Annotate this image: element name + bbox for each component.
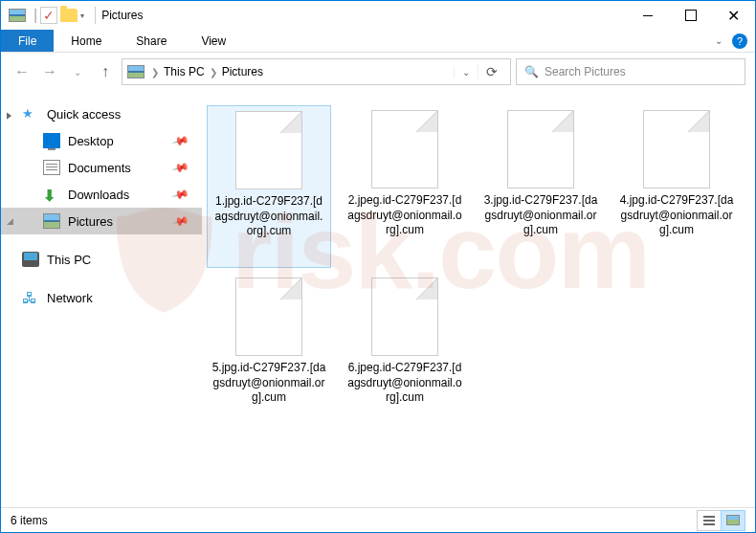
sidebar-item-documents[interactable]: Documents 📌 bbox=[1, 154, 202, 181]
status-bar: 6 items bbox=[1, 507, 755, 532]
address-bar: ← → ⌄ ↑ ❯ This PC ❯ Pictures ⌄ ⟳ 🔍 Searc… bbox=[1, 53, 755, 91]
sidebar-item-downloads[interactable]: ⬇ Downloads 📌 bbox=[1, 181, 202, 208]
sidebar-item-label: Network bbox=[47, 291, 93, 305]
thumbnails-view-button[interactable] bbox=[721, 510, 745, 531]
sidebar-item-network[interactable]: 🖧 Network bbox=[1, 284, 202, 311]
details-view-button[interactable] bbox=[697, 510, 722, 531]
file-item[interactable]: 3.jpg.id-C279F237.[dagsdruyt@onionmail.o… bbox=[478, 105, 603, 268]
file-name: 2.jpeg.id-C279F237.[dagsdruyt@onionmail.… bbox=[347, 193, 462, 238]
file-icon bbox=[235, 278, 302, 356]
chevron-right-icon[interactable]: ❯ bbox=[208, 67, 219, 78]
window-title: Pictures bbox=[101, 9, 143, 22]
file-icon bbox=[371, 278, 438, 356]
file-name: 1.jpg.id-C279F237.[dagsdruyt@onionmail.o… bbox=[212, 194, 325, 239]
pin-icon: 📌 bbox=[171, 211, 190, 231]
file-name: 3.jpg.id-C279F237.[dagsdruyt@onionmail.o… bbox=[483, 193, 598, 238]
separator bbox=[95, 7, 96, 24]
qa-dropdown-icon[interactable]: ▾ bbox=[80, 11, 84, 20]
sidebar-item-label: This PC bbox=[47, 253, 91, 267]
up-button[interactable]: ↑ bbox=[94, 60, 117, 83]
pictures-icon bbox=[43, 213, 60, 229]
pc-icon bbox=[22, 252, 39, 267]
file-item[interactable]: 6.jpeg.id-C279F237.[dagsdruyt@onionmail.… bbox=[343, 273, 467, 435]
tab-view[interactable]: View bbox=[184, 31, 243, 52]
file-item[interactable]: 2.jpeg.id-C279F237.[dagsdruyt@onionmail.… bbox=[343, 105, 467, 268]
item-count: 6 items bbox=[11, 514, 48, 527]
documents-icon bbox=[43, 160, 60, 175]
file-icon bbox=[371, 110, 438, 189]
crumb-pictures[interactable]: Pictures bbox=[219, 65, 266, 78]
recent-dropdown-icon[interactable]: ⌄ bbox=[66, 60, 89, 83]
file-name: 5.jpg.id-C279F237.[dagsdruyt@onionmail.o… bbox=[211, 361, 326, 406]
tab-home[interactable]: Home bbox=[54, 31, 119, 52]
desktop-icon bbox=[43, 133, 60, 148]
downloads-icon: ⬇ bbox=[43, 187, 60, 202]
crumb-thispc[interactable]: This PC bbox=[161, 65, 208, 78]
separator: | bbox=[33, 7, 37, 24]
file-item[interactable]: 4.jpg.id-C279F237.[dagsdruyt@onionmail.o… bbox=[614, 105, 739, 268]
location-icon bbox=[127, 65, 145, 78]
sidebar-item-thispc[interactable]: This PC bbox=[1, 246, 202, 273]
pin-icon: 📌 bbox=[171, 185, 190, 204]
history-dropdown-icon[interactable]: ⌄ bbox=[454, 67, 478, 78]
pin-icon: 📌 bbox=[171, 158, 190, 177]
sidebar-item-label: Documents bbox=[68, 161, 131, 175]
search-input[interactable]: 🔍 Search Pictures bbox=[516, 58, 745, 85]
file-item[interactable]: 5.jpg.id-C279F237.[dagsdruyt@onionmail.o… bbox=[207, 273, 331, 435]
file-icon bbox=[507, 110, 574, 189]
help-icon[interactable]: ? bbox=[732, 33, 747, 49]
search-icon: 🔍 bbox=[524, 65, 539, 78]
forward-button: → bbox=[38, 60, 61, 83]
close-button[interactable]: ✕ bbox=[712, 2, 755, 30]
navigation-pane: ★ Quick access Desktop 📌 Documents 📌 ⬇ D… bbox=[1, 91, 202, 507]
chevron-right-icon[interactable]: ❯ bbox=[149, 67, 161, 78]
pin-icon: 📌 bbox=[171, 131, 190, 150]
sidebar-item-pictures[interactable]: Pictures 📌 bbox=[1, 208, 202, 234]
app-icon bbox=[9, 9, 26, 22]
file-icon bbox=[643, 110, 710, 189]
refresh-icon[interactable]: ⟳ bbox=[478, 64, 505, 79]
ribbon-expand-icon[interactable]: ⌄ bbox=[705, 35, 732, 46]
file-name: 6.jpeg.id-C279F237.[dagsdruyt@onionmail.… bbox=[347, 361, 462, 406]
search-placeholder: Search Pictures bbox=[545, 65, 626, 78]
tab-share[interactable]: Share bbox=[119, 31, 184, 52]
star-icon: ★ bbox=[22, 106, 39, 122]
sidebar-item-label: Downloads bbox=[68, 188, 129, 202]
tab-file[interactable]: File bbox=[1, 30, 54, 52]
minimize-button[interactable] bbox=[626, 2, 669, 30]
file-icon bbox=[235, 111, 302, 189]
sidebar-item-label: Desktop bbox=[68, 134, 114, 148]
title-bar: | ✓ ▾ Pictures ✕ bbox=[1, 1, 755, 30]
qa-checkbox-icon[interactable]: ✓ bbox=[40, 7, 57, 24]
breadcrumb[interactable]: ❯ This PC ❯ Pictures ⌄ ⟳ bbox=[122, 58, 511, 85]
sidebar-item-label: Quick access bbox=[47, 107, 121, 122]
sidebar-item-label: Pictures bbox=[68, 214, 113, 229]
ribbon-tabs: File Home Share View ⌄ ? bbox=[1, 30, 755, 53]
network-icon: 🖧 bbox=[22, 290, 39, 305]
qa-folder-icon[interactable] bbox=[60, 9, 78, 22]
sidebar-item-desktop[interactable]: Desktop 📌 bbox=[1, 127, 202, 154]
maximize-button[interactable] bbox=[669, 2, 712, 30]
file-item[interactable]: 1.jpg.id-C279F237.[dagsdruyt@onionmail.o… bbox=[207, 105, 331, 268]
file-list[interactable]: 1.jpg.id-C279F237.[dagsdruyt@onionmail.o… bbox=[202, 91, 755, 507]
file-name: 4.jpg.id-C279F237.[dagsdruyt@onionmail.o… bbox=[619, 193, 734, 238]
back-button[interactable]: ← bbox=[11, 60, 33, 83]
sidebar-item-quickaccess[interactable]: ★ Quick access bbox=[1, 100, 202, 127]
